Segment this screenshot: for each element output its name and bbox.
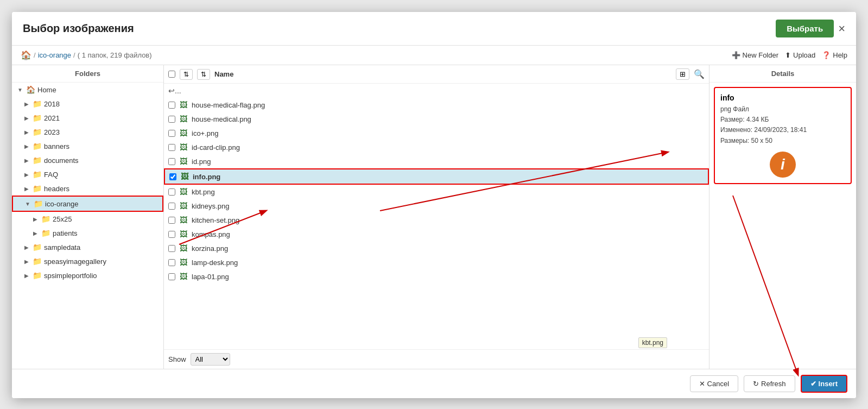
details-size-value: 4.34 КБ bbox=[746, 116, 769, 123]
upload-button[interactable]: ⬆ Upload bbox=[785, 51, 815, 59]
back-button[interactable]: ↩ ... bbox=[164, 84, 709, 98]
toolbar-right: ➕ New Folder ⬆ Upload ❓ Help bbox=[732, 51, 847, 59]
insert-label: Insert bbox=[819, 380, 838, 388]
file-house-medical-flag[interactable]: 🖼 house-medical-flag.png bbox=[164, 98, 709, 112]
folder-icon-spsimple: 📁 bbox=[33, 271, 42, 280]
file-lapa-01[interactable]: 🖼 lapa-01.png bbox=[164, 269, 709, 284]
file-icon-8: 🖼 bbox=[180, 216, 187, 224]
select-button[interactable]: Выбрать bbox=[776, 20, 834, 37]
file-panel-footer: Show All Images Files bbox=[164, 349, 709, 369]
toggle-ico-orange: ▼ bbox=[24, 201, 31, 207]
file-icon-1: 🖼 bbox=[180, 115, 187, 123]
search-icon: 🔍 bbox=[694, 70, 705, 79]
file-kitchen-set[interactable]: 🖼 kitchen-set.png bbox=[164, 213, 709, 227]
folder-label-faq: FAQ bbox=[44, 171, 159, 179]
file-name-9: kompas.png bbox=[192, 230, 230, 238]
folder-2023[interactable]: ▶ 📁 2023 bbox=[12, 125, 163, 139]
toggle-speasy: ▶ bbox=[23, 259, 30, 265]
folder-documents[interactable]: ▶ 📁 documents bbox=[12, 153, 163, 167]
file-info[interactable]: 🖼 info.png bbox=[164, 168, 709, 185]
file-house-medical[interactable]: 🖼 house-medical.png bbox=[164, 112, 709, 126]
file-kbt[interactable]: 🖼 kbt.png bbox=[164, 185, 709, 199]
folder-spsimpleportfolio[interactable]: ▶ 📁 spsimpleportfolio bbox=[12, 268, 163, 282]
breadcrumb-info: ( 1 папок, 219 файлов) bbox=[78, 51, 152, 59]
help-button[interactable]: ❓ Help bbox=[822, 51, 847, 59]
new-folder-button[interactable]: ➕ New Folder bbox=[732, 51, 778, 59]
folder-headers[interactable]: ▶ 📁 headers bbox=[12, 181, 163, 196]
file-checkbox-3[interactable] bbox=[168, 144, 175, 151]
folder-patients[interactable]: ▶ 📁 patients bbox=[12, 226, 163, 240]
refresh-icon: ↻ bbox=[753, 380, 759, 388]
file-checkbox-8[interactable] bbox=[168, 217, 175, 224]
folder-2021[interactable]: ▶ 📁 2021 bbox=[12, 111, 163, 125]
breadcrumb-folder[interactable]: ico-orange bbox=[38, 51, 71, 59]
insert-button[interactable]: ✔ Insert bbox=[801, 375, 847, 393]
folder-banners[interactable]: ▶ 📁 banners bbox=[12, 139, 163, 153]
upload-icon: ⬆ bbox=[785, 51, 791, 59]
folder-sampledata[interactable]: ▶ 📁 sampledata bbox=[12, 240, 163, 254]
sort-za-icon: ⇅ bbox=[201, 71, 206, 78]
file-icon-0: 🖼 bbox=[180, 100, 187, 109]
file-checkbox-11[interactable] bbox=[168, 259, 175, 266]
details-header: Details bbox=[709, 65, 856, 83]
close-button[interactable]: × bbox=[838, 23, 845, 35]
home-icon[interactable]: 🏠 bbox=[21, 50, 31, 60]
toggle-banners: ▶ bbox=[23, 143, 30, 149]
toggle-documents: ▶ bbox=[23, 158, 30, 163]
sort-za-button[interactable]: ⇅ bbox=[197, 69, 210, 80]
file-list: ↩ ... 🖼 house-medical-flag.png 🖼 house-m… bbox=[164, 84, 709, 349]
new-folder-icon: ➕ bbox=[732, 51, 740, 59]
file-name-0: house-medical-flag.png bbox=[192, 101, 265, 109]
file-ico-plus[interactable]: 🖼 ico+.png bbox=[164, 126, 709, 140]
folder-speasyimagegallery[interactable]: ▶ 📁 speasyimagegallery bbox=[12, 254, 163, 268]
details-dimensions-label: Размеры: bbox=[720, 137, 749, 144]
header-actions: Выбрать × bbox=[776, 20, 845, 37]
file-name-6: kbt.png bbox=[192, 188, 215, 196]
file-checkbox-2[interactable] bbox=[168, 130, 175, 137]
file-checkbox-7[interactable] bbox=[168, 203, 175, 210]
new-folder-label: New Folder bbox=[743, 51, 778, 59]
info-icon-preview: i bbox=[770, 152, 796, 178]
file-korzina[interactable]: 🖼 korzina.png bbox=[164, 241, 709, 255]
file-id[interactable]: 🖼 id.png bbox=[164, 154, 709, 168]
insert-icon: ✔ bbox=[810, 380, 816, 388]
file-checkbox-5[interactable] bbox=[169, 173, 176, 180]
file-kompas[interactable]: 🖼 kompas.png bbox=[164, 227, 709, 241]
details-content: info png Файл Размер: 4.34 КБ Изменено: … bbox=[709, 83, 856, 369]
details-panel: Details info png Файл Размер: 4.34 КБ Из… bbox=[709, 65, 856, 369]
file-icon-11: 🖼 bbox=[180, 258, 187, 267]
toggle-2018: ▶ bbox=[23, 101, 30, 107]
file-checkbox-4[interactable] bbox=[168, 158, 175, 165]
folder-2018[interactable]: ▶ 📁 2018 bbox=[12, 97, 163, 111]
folder-25x25[interactable]: ▶ 📁 25x25 bbox=[12, 212, 163, 226]
folder-faq[interactable]: ▶ 📁 FAQ bbox=[12, 167, 163, 181]
file-checkbox-1[interactable] bbox=[168, 116, 175, 123]
toggle-2023: ▶ bbox=[23, 129, 30, 135]
folders-panel: Folders ▼ 🏠 Home ▶ 📁 2018 ▶ 📁 2021 ▶ bbox=[12, 65, 164, 369]
file-lamp-desk[interactable]: 🖼 lamp-desk.png bbox=[164, 255, 709, 269]
show-select[interactable]: All Images Files bbox=[191, 353, 230, 366]
file-checkbox-12[interactable] bbox=[168, 273, 175, 280]
view-toggle-button[interactable]: ⊞ bbox=[676, 68, 689, 80]
cancel-button[interactable]: ✕ Cancel bbox=[690, 375, 738, 392]
folder-label-25x25: 25x25 bbox=[53, 215, 159, 223]
file-id-card-clip[interactable]: 🖼 id-card-clip.png bbox=[164, 140, 709, 154]
file-checkbox-6[interactable] bbox=[168, 188, 175, 196]
folder-home[interactable]: ▼ 🏠 Home bbox=[12, 83, 163, 97]
file-checkbox-0[interactable] bbox=[168, 102, 175, 109]
file-icon-2: 🖼 bbox=[180, 129, 187, 137]
folder-ico-orange[interactable]: ▼ 📁 ico-orange bbox=[12, 196, 163, 212]
file-kidneys[interactable]: 🖼 kidneys.png bbox=[164, 199, 709, 213]
refresh-button[interactable]: ↻ Refresh bbox=[744, 375, 795, 392]
toggle-sampledata: ▶ bbox=[23, 244, 30, 250]
details-preview: i bbox=[720, 152, 845, 178]
file-icon-7: 🖼 bbox=[180, 202, 187, 210]
cancel-label: Cancel bbox=[707, 380, 729, 388]
sort-az-button[interactable]: ⇅ bbox=[180, 69, 193, 80]
file-checkbox-10[interactable] bbox=[168, 245, 175, 252]
folders-header: Folders bbox=[12, 65, 163, 83]
select-all-checkbox[interactable] bbox=[168, 71, 175, 78]
search-button[interactable]: 🔍 bbox=[694, 69, 705, 79]
folder-icon-faq: 📁 bbox=[33, 170, 42, 179]
file-checkbox-9[interactable] bbox=[168, 231, 175, 238]
